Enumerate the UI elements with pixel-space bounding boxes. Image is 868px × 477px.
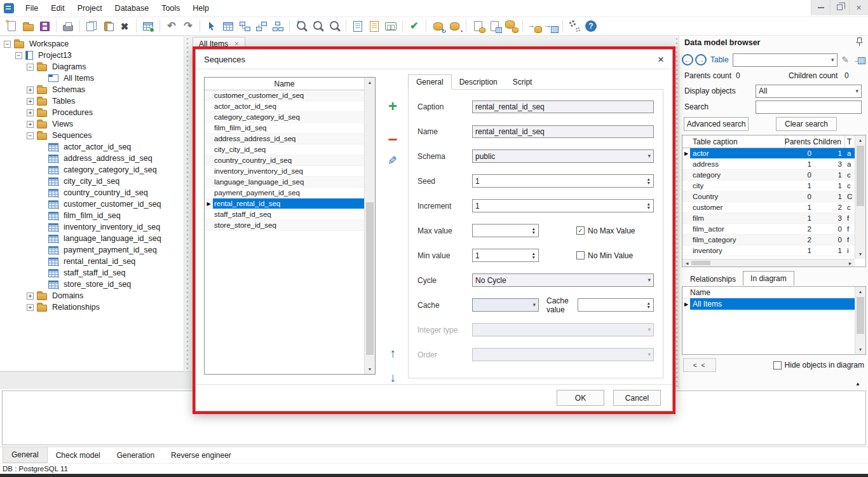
schema-select[interactable]: public▾ bbox=[472, 149, 654, 163]
tree-expander-icon[interactable] bbox=[27, 64, 34, 71]
add-sequence-button[interactable]: + bbox=[383, 97, 403, 115]
forward-icon[interactable]: → bbox=[695, 54, 707, 66]
pointer-icon[interactable] bbox=[204, 18, 219, 34]
browser-table-row[interactable]: film 1 3 f bbox=[682, 213, 856, 224]
pin-icon[interactable] bbox=[856, 38, 863, 48]
add-child-items-icon[interactable] bbox=[254, 18, 269, 34]
tab-general[interactable]: General bbox=[408, 74, 452, 90]
copy-icon[interactable] bbox=[84, 18, 99, 34]
display-objects-select[interactable]: All ▾ bbox=[756, 85, 862, 98]
save-icon[interactable] bbox=[37, 18, 52, 34]
sequence-row[interactable]: country_country_id_seq bbox=[205, 155, 364, 166]
tree-item[interactable]: language_language_id_seq bbox=[0, 233, 184, 244]
spinner-arrows-icon[interactable]: ▲▼ bbox=[647, 301, 651, 308]
tree-expander-icon[interactable] bbox=[27, 304, 34, 311]
relationships-icon[interactable] bbox=[270, 18, 285, 34]
tree-item-label[interactable]: actor_actor_id_seq bbox=[62, 142, 133, 152]
redo-icon[interactable]: ↷ bbox=[180, 18, 196, 34]
validate-icon[interactable]: ✔ bbox=[407, 18, 422, 34]
tree-expander-icon[interactable] bbox=[27, 109, 34, 116]
sequence-row[interactable]: actor_actor_id_seq bbox=[205, 101, 364, 112]
new-file-icon[interactable]: ✶ bbox=[4, 18, 19, 34]
document-icon[interactable] bbox=[350, 18, 365, 34]
edit-sequence-icon[interactable]: ✎ bbox=[383, 152, 403, 170]
scroll-up-icon[interactable]: ▲ bbox=[855, 287, 865, 296]
sequence-list-header[interactable]: Name bbox=[205, 78, 364, 90]
menu-item[interactable]: File bbox=[19, 0, 44, 17]
sequence-row[interactable]: category_category_id_seq bbox=[205, 112, 364, 123]
caption-field[interactable]: rental_rental_id_seq bbox=[472, 100, 654, 113]
sequence-row[interactable]: inventory_inventory_id_seq bbox=[205, 166, 364, 177]
undo-icon[interactable]: ↶ bbox=[164, 18, 179, 34]
sequence-row[interactable]: customer_customer_id_seq bbox=[205, 90, 364, 101]
tree-item-label[interactable]: country_country_id_seq bbox=[62, 188, 150, 198]
browser-table-row[interactable]: category 0 1 c bbox=[682, 170, 856, 181]
tree-item-label[interactable]: language_language_id_seq bbox=[62, 233, 163, 244]
tree-expander-icon[interactable] bbox=[15, 52, 22, 59]
no-min-value-checkbox[interactable] bbox=[576, 251, 585, 259]
delete-icon[interactable]: ✖ bbox=[117, 18, 132, 34]
tab-relationships[interactable]: Relationships bbox=[683, 273, 743, 286]
scrollbar-thumb[interactable] bbox=[691, 261, 710, 265]
tree-item[interactable]: actor_actor_id_seq bbox=[0, 141, 184, 153]
settings-icon[interactable] bbox=[567, 18, 582, 34]
tree-item-label[interactable]: All Items bbox=[62, 73, 96, 83]
bottom-tab[interactable]: Check model bbox=[48, 447, 109, 463]
tree-expander-icon[interactable] bbox=[4, 41, 11, 48]
tree-item[interactable]: All Items bbox=[0, 73, 184, 84]
scroll-up-icon[interactable]: ▲ bbox=[855, 135, 865, 145]
min-value-stepper[interactable]: 1▲▼ bbox=[472, 249, 539, 262]
tree-expander-icon[interactable] bbox=[27, 86, 34, 93]
browser-table-row[interactable]: inventory 1 1 i bbox=[682, 245, 856, 256]
browser-table-row[interactable]: film_actor 2 0 f bbox=[682, 224, 856, 235]
paste-icon[interactable] bbox=[100, 18, 116, 34]
copy-structure-icon[interactable] bbox=[470, 18, 485, 34]
cycle-select[interactable]: No Cycle▾ bbox=[472, 273, 654, 287]
remove-sequence-button[interactable]: − bbox=[383, 130, 403, 148]
menu-item[interactable]: Tools bbox=[155, 0, 186, 17]
tree-item[interactable]: customer_customer_id_seq bbox=[0, 198, 184, 210]
import-database-icon[interactable]: → bbox=[527, 18, 542, 34]
browser-table-row[interactable]: Country 0 1 C bbox=[682, 191, 856, 202]
scroll-right-icon[interactable]: ▶ bbox=[846, 259, 855, 266]
list-vertical-scrollbar[interactable]: ▲ ▼ bbox=[855, 287, 865, 354]
tree-item[interactable]: city_city_id_seq bbox=[0, 176, 184, 187]
browser-table-row[interactable]: address 1 3 a bbox=[682, 159, 856, 170]
scroll-up-icon[interactable]: ▲ bbox=[365, 78, 375, 87]
seed-stepper[interactable]: 1▲▼ bbox=[472, 174, 654, 188]
import-table-icon[interactable]: → bbox=[543, 18, 559, 34]
form-icon[interactable] bbox=[383, 18, 398, 34]
tree-expander-icon[interactable] bbox=[27, 121, 34, 128]
table-horizontal-scrollbar[interactable]: ◀ ▶ bbox=[682, 259, 855, 266]
tree-item-label[interactable]: Procedures bbox=[50, 107, 95, 118]
search-input[interactable] bbox=[756, 100, 862, 114]
tree-item-label[interactable]: staff_staff_id_seq bbox=[62, 268, 128, 278]
sequence-row[interactable]: city_city_id_seq bbox=[205, 144, 364, 155]
scroll-down-icon[interactable]: ▼ bbox=[855, 345, 865, 354]
bottom-tab[interactable]: Reverse engineer bbox=[163, 447, 240, 463]
tree-item[interactable]: Workspace bbox=[0, 38, 184, 50]
tree-item-label[interactable]: Project13 bbox=[36, 50, 74, 60]
cache-select[interactable]: ▾ bbox=[472, 298, 539, 312]
tree-item[interactable]: Views bbox=[0, 118, 184, 130]
tree-item-label[interactable]: Tables bbox=[50, 96, 77, 106]
scrollbar-thumb[interactable] bbox=[857, 297, 864, 334]
spinner-arrows-icon[interactable]: ▲▼ bbox=[532, 227, 536, 234]
sequence-list-scrollbar[interactable]: ▲ ▼ bbox=[364, 78, 375, 374]
print-icon[interactable] bbox=[60, 18, 76, 34]
tree-item[interactable]: Schemas bbox=[0, 84, 184, 95]
browser-table-row[interactable]: city 1 1 c bbox=[682, 181, 856, 191]
add-parent-items-icon[interactable] bbox=[237, 18, 252, 34]
name-field[interactable]: rental_rental_id_seq bbox=[472, 125, 654, 138]
tree-expander-icon[interactable] bbox=[27, 293, 34, 300]
advanced-search-button[interactable]: Advanced search bbox=[684, 117, 749, 131]
tab-description[interactable]: Description bbox=[452, 74, 505, 89]
sequence-row[interactable]: language_language_id_seq bbox=[205, 177, 364, 188]
cache-value-stepper[interactable]: ▲▼ bbox=[578, 298, 654, 312]
no-max-value-checkbox[interactable] bbox=[576, 226, 585, 235]
clear-search-button[interactable]: Clear search bbox=[776, 117, 837, 131]
dialog-close-icon[interactable]: × bbox=[658, 54, 664, 65]
tab-script[interactable]: Script bbox=[505, 74, 540, 89]
menu-item[interactable]: Project bbox=[71, 0, 109, 17]
tree-item-label[interactable]: category_category_id_seq bbox=[62, 165, 159, 175]
